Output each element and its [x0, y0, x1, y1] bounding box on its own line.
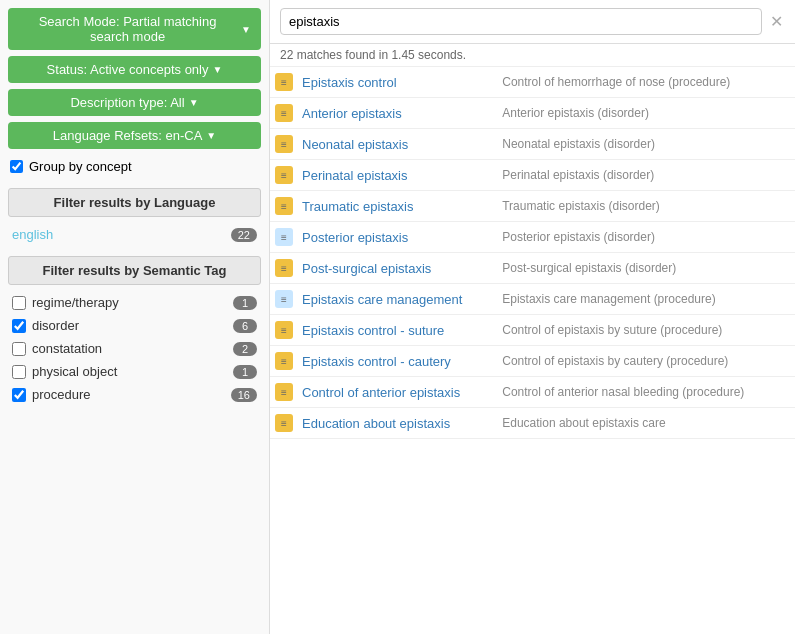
tag-filter-label: constatation — [32, 341, 227, 356]
lang-refsets-arrow-icon: ▼ — [206, 130, 216, 141]
language-filter-list: english 22 — [8, 223, 261, 246]
row-icon-cell: ≡ — [270, 129, 298, 160]
row-icon-cell: ≡ — [270, 315, 298, 346]
tag-filter-badge: 1 — [233, 296, 257, 310]
row-icon-cell: ≡ — [270, 253, 298, 284]
tag-filter-badge: 2 — [233, 342, 257, 356]
table-row[interactable]: ≡ Epistaxis care management Epistaxis ca… — [270, 284, 795, 315]
table-row[interactable]: ≡ Control of anterior epistaxis Control … — [270, 377, 795, 408]
search-clear-button[interactable]: ✕ — [768, 12, 785, 31]
tag-filter-badge: 6 — [233, 319, 257, 333]
tag-filter-label: procedure — [32, 387, 225, 402]
term-cell[interactable]: Epistaxis control - suture — [298, 315, 494, 346]
row-type-icon: ≡ — [275, 166, 293, 184]
filter-language-header: Filter results by Language — [8, 188, 261, 217]
row-icon-cell: ≡ — [270, 98, 298, 129]
row-type-icon: ≡ — [275, 321, 293, 339]
description-cell: Control of epistaxis by cautery (procedu… — [494, 346, 795, 377]
table-row[interactable]: ≡ Education about epistaxis Education ab… — [270, 408, 795, 439]
row-icon-cell: ≡ — [270, 191, 298, 222]
desc-type-arrow-icon: ▼ — [189, 97, 199, 108]
row-type-icon: ≡ — [275, 73, 293, 91]
status-label: Status: Active concepts only — [47, 62, 209, 77]
description-type-label: Description type: All — [70, 95, 184, 110]
term-cell[interactable]: Posterior epistaxis — [298, 222, 494, 253]
search-mode-arrow-icon: ▼ — [241, 24, 251, 35]
term-cell[interactable]: Control of anterior epistaxis — [298, 377, 494, 408]
group-by-concept-label[interactable]: Group by concept — [29, 159, 132, 174]
tag-filter-checkbox[interactable] — [12, 319, 26, 333]
tag-filter-label: disorder — [32, 318, 227, 333]
tag-filter-item: procedure 16 — [8, 383, 261, 406]
results-info: 22 matches found in 1.45 seconds. — [270, 44, 795, 67]
table-row[interactable]: ≡ Traumatic epistaxis Traumatic epistaxi… — [270, 191, 795, 222]
table-row[interactable]: ≡ Posterior epistaxis Posterior epistaxi… — [270, 222, 795, 253]
search-input[interactable] — [280, 8, 762, 35]
table-row[interactable]: ≡ Epistaxis control Control of hemorrhag… — [270, 67, 795, 98]
term-cell[interactable]: Traumatic epistaxis — [298, 191, 494, 222]
tag-filter-label: physical object — [32, 364, 227, 379]
semantic-tag-filter-list: regime/therapy 1 disorder 6 constatation… — [8, 291, 261, 406]
term-cell[interactable]: Anterior epistaxis — [298, 98, 494, 129]
tag-filter-checkbox[interactable] — [12, 388, 26, 402]
row-icon-cell: ≡ — [270, 346, 298, 377]
table-row[interactable]: ≡ Perinatal epistaxis Perinatal epistaxi… — [270, 160, 795, 191]
term-cell[interactable]: Post-surgical epistaxis — [298, 253, 494, 284]
row-type-icon: ≡ — [275, 414, 293, 432]
group-by-concept-checkbox[interactable] — [10, 160, 23, 173]
results-table: ≡ Epistaxis control Control of hemorrhag… — [270, 67, 795, 634]
table-row[interactable]: ≡ Anterior epistaxis Anterior epistaxis … — [270, 98, 795, 129]
status-arrow-icon: ▼ — [212, 64, 222, 75]
tag-filter-checkbox[interactable] — [12, 365, 26, 379]
row-type-icon: ≡ — [275, 135, 293, 153]
row-type-icon: ≡ — [275, 228, 293, 246]
description-cell: Control of hemorrhage of nose (procedure… — [494, 67, 795, 98]
language-refsets-label: Language Refsets: en-CA — [53, 128, 203, 143]
search-mode-button[interactable]: Search Mode: Partial matching search mod… — [8, 8, 261, 50]
status-button[interactable]: Status: Active concepts only ▼ — [8, 56, 261, 83]
description-cell: Education about epistaxis care — [494, 408, 795, 439]
row-type-icon: ≡ — [275, 352, 293, 370]
tag-filter-label: regime/therapy — [32, 295, 227, 310]
description-cell: Anterior epistaxis (disorder) — [494, 98, 795, 129]
term-cell[interactable]: Neonatal epistaxis — [298, 129, 494, 160]
description-cell: Posterior epistaxis (disorder) — [494, 222, 795, 253]
row-type-icon: ≡ — [275, 383, 293, 401]
table-row[interactable]: ≡ Epistaxis control - cautery Control of… — [270, 346, 795, 377]
language-filter-badge: 22 — [231, 228, 257, 242]
term-cell[interactable]: Epistaxis control - cautery — [298, 346, 494, 377]
row-icon-cell: ≡ — [270, 377, 298, 408]
table-row[interactable]: ≡ Neonatal epistaxis Neonatal epistaxis … — [270, 129, 795, 160]
description-type-button[interactable]: Description type: All ▼ — [8, 89, 261, 116]
description-cell: Neonatal epistaxis (disorder) — [494, 129, 795, 160]
term-cell[interactable]: Epistaxis control — [298, 67, 494, 98]
term-cell[interactable]: Epistaxis care management — [298, 284, 494, 315]
search-mode-label: Search Mode: Partial matching search mod… — [18, 14, 237, 44]
language-refsets-button[interactable]: Language Refsets: en-CA ▼ — [8, 122, 261, 149]
left-panel: Search Mode: Partial matching search mod… — [0, 0, 270, 634]
description-cell: Control of anterior nasal bleeding (proc… — [494, 377, 795, 408]
tag-filter-item: regime/therapy 1 — [8, 291, 261, 314]
term-cell[interactable]: Education about epistaxis — [298, 408, 494, 439]
language-filter-item: english 22 — [8, 223, 261, 246]
table-row[interactable]: ≡ Epistaxis control - suture Control of … — [270, 315, 795, 346]
search-bar: ✕ — [270, 0, 795, 44]
description-cell: Traumatic epistaxis (disorder) — [494, 191, 795, 222]
row-type-icon: ≡ — [275, 104, 293, 122]
description-cell: Epistaxis care management (procedure) — [494, 284, 795, 315]
filter-tag-header: Filter results by Semantic Tag — [8, 256, 261, 285]
language-filter-label[interactable]: english — [12, 227, 225, 242]
tag-filter-badge: 16 — [231, 388, 257, 402]
tag-filter-item: physical object 1 — [8, 360, 261, 383]
table-row[interactable]: ≡ Post-surgical epistaxis Post-surgical … — [270, 253, 795, 284]
results-table-element: ≡ Epistaxis control Control of hemorrhag… — [270, 67, 795, 439]
tag-filter-checkbox[interactable] — [12, 296, 26, 310]
tag-filter-item: disorder 6 — [8, 314, 261, 337]
tag-filter-checkbox[interactable] — [12, 342, 26, 356]
row-icon-cell: ≡ — [270, 67, 298, 98]
right-panel: ✕ 22 matches found in 1.45 seconds. ≡ Ep… — [270, 0, 795, 634]
term-cell[interactable]: Perinatal epistaxis — [298, 160, 494, 191]
row-icon-cell: ≡ — [270, 160, 298, 191]
row-type-icon: ≡ — [275, 259, 293, 277]
row-icon-cell: ≡ — [270, 408, 298, 439]
